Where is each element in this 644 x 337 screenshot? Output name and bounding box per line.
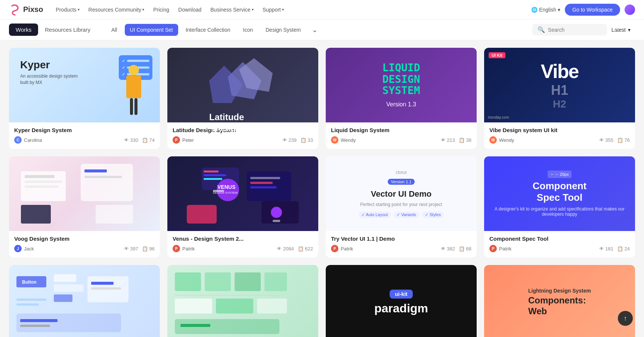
card-bottom2[interactable]: Design System Kit S Sam 👁 98 📋 22 [167, 265, 318, 337]
nav-pricing[interactable]: Pricing [149, 4, 173, 15]
card-title: Latitude Design System [173, 127, 313, 133]
svg-rect-42 [16, 313, 121, 332]
filter-all[interactable]: All [106, 24, 123, 36]
card-bottom1[interactable]: Button UI Component Set [9, 265, 160, 337]
svg-rect-10 [25, 185, 58, 188]
scroll-up-button[interactable]: ↑ [618, 311, 633, 326]
card-thumb: VENUS DESIGN SYSTEM [167, 156, 318, 231]
svg-rect-47 [235, 272, 261, 291]
search-input[interactable] [548, 27, 602, 33]
card-thumb: ui-kit paradigm [326, 265, 477, 337]
card-component-spec[interactable]: ←→ 20px ComponentSpec Tool A designer's … [484, 156, 635, 258]
filter-interface[interactable]: Interface Collection [180, 24, 236, 36]
svg-rect-19 [204, 178, 222, 180]
author-name: Patrik [341, 246, 353, 252]
card-thumb: ctorui Version 1.1 Vector UI Demo Perfec… [326, 156, 477, 231]
svg-rect-14 [21, 205, 51, 224]
card-stats: 👁 397 📋 96 [124, 246, 155, 252]
thumb-illustration [167, 265, 294, 337]
stat-copies: 📋 96 [142, 246, 155, 252]
nav-business[interactable]: Business Service ▾ [207, 4, 257, 15]
svg-rect-27 [250, 186, 276, 188]
stat-views: 👁 382 [441, 246, 455, 252]
card-author: J Jack [14, 245, 34, 252]
author-avatar: P [173, 136, 180, 144]
tab-works[interactable]: Works [9, 24, 38, 36]
filter-design-system[interactable]: Design System [260, 24, 306, 36]
card-thumb: Button [9, 265, 160, 337]
card-lightning[interactable]: Lightning Design System Components:Web L… [484, 265, 635, 337]
svg-rect-31 [273, 220, 280, 222]
svg-rect-41 [91, 287, 121, 290]
card-thumb: LatitudeDesignSystem [167, 48, 318, 122]
card-kyper[interactable]: Kyper An accessible design systembuilt b… [9, 48, 160, 149]
svg-rect-34 [54, 274, 76, 282]
filter-more-button[interactable]: ⌄ [308, 23, 321, 37]
card-info: Liquid Design System W Wendy 👁 213 📋 38 [326, 122, 477, 149]
card-voog[interactable]: Voog Design System J Jack 👁 397 📋 96 [9, 156, 160, 258]
svg-rect-40 [91, 282, 114, 285]
thumb-illustration [21, 156, 148, 231]
card-liquid[interactable]: LIQUIDDESIGNSYSTEM Version 1.3 Liquid De… [326, 48, 477, 149]
logo[interactable]: Pixso [9, 4, 43, 16]
sub-nav: Works Resources Library All UI Component… [0, 19, 644, 40]
svg-rect-2 [130, 98, 133, 115]
chevron-icon: ▾ [78, 7, 80, 12]
stat-views: 👁 2084 [277, 246, 294, 252]
avatar[interactable] [625, 4, 635, 15]
nav-links: Products ▾ Resources Community ▾ Pricing… [52, 4, 528, 15]
svg-point-0 [129, 65, 139, 75]
nav-products[interactable]: Products ▾ [52, 4, 83, 15]
author-avatar: W [489, 136, 497, 144]
stat-views: 👁 355 [599, 137, 613, 143]
tab-resources-library[interactable]: Resources Library [38, 24, 97, 36]
author-avatar: J [14, 245, 22, 252]
card-paradigm[interactable]: ui-kit paradigm Paradigm UI Kit M Mike 👁… [326, 265, 477, 337]
workspace-button[interactable]: Go to Workspace [565, 4, 620, 16]
nav-support[interactable]: Support ▾ [259, 4, 288, 15]
thumb-content: ctorui Version 1.1 Vector UI Demo Perfec… [351, 162, 451, 225]
filter-icon[interactable]: Icon [238, 24, 258, 36]
author-avatar: W [331, 136, 338, 144]
card-latitude[interactable]: LatitudeDesignSystem Latitude Design Sys… [167, 48, 318, 149]
card-stats: 👁 355 📋 76 [599, 137, 630, 143]
lang-label: English [539, 7, 556, 13]
author-avatar: C [14, 136, 22, 144]
card-vector[interactable]: ctorui Version 1.1 Vector UI Demo Perfec… [326, 156, 477, 258]
ui-kit-badge: UI Kit [489, 52, 505, 58]
author-avatar: P [173, 245, 180, 252]
author-name: Wendy [341, 137, 356, 143]
card-title: Vibe Design system UI kit [489, 127, 630, 133]
svg-rect-49 [175, 295, 279, 296]
nav-resources[interactable]: Resources Community ▾ [85, 4, 148, 15]
card-venus[interactable]: VENUS DESIGN SYSTEM Venus - Design Syste… [167, 156, 318, 258]
filter-ui-component[interactable]: UI Component Set [125, 24, 178, 36]
chevron-icon: ▾ [252, 7, 254, 12]
stat-copies: 📋 33 [300, 137, 313, 143]
stat-views: 👁 397 [124, 246, 138, 252]
stat-copies: 📋 68 [459, 246, 471, 252]
chevron-down-icon: ▾ [558, 7, 560, 13]
card-info: Vibe Design system UI kit W Wendy 👁 355 … [484, 122, 635, 149]
thumb-illustration: Button [9, 265, 136, 337]
stat-copies: 📋 622 [298, 246, 313, 252]
card-thumb: ←→ 20px ComponentSpec Tool A designer's … [484, 156, 635, 231]
svg-point-30 [271, 207, 282, 218]
language-selector[interactable]: 🌐 English ▾ [531, 7, 560, 13]
thumb-text: LatitudeDesignSystem [209, 58, 276, 112]
card-thumb [9, 156, 160, 231]
thumb-figure [119, 63, 149, 122]
card-meta: C Carolina 👁 330 📋 74 [14, 136, 155, 144]
card-vibe[interactable]: UI Kit Vibe H1 H2 monday.com Vibe Design… [484, 48, 635, 149]
filter-group: All UI Component Set Interface Collectio… [106, 23, 532, 37]
svg-marker-6 [239, 58, 273, 92]
svg-rect-37 [16, 299, 46, 301]
card-info: Component Spec Tool P Patrik 👁 181 📋 24 [484, 231, 635, 258]
nav-download[interactable]: Download [174, 4, 205, 15]
card-author: W Wendy [489, 136, 514, 144]
card-author: P Patrik [331, 245, 353, 252]
card-author: P Peter [173, 136, 194, 144]
svg-rect-8 [25, 175, 55, 178]
card-stats: 👁 213 📋 38 [441, 137, 471, 143]
card-meta: P Patrik 👁 382 📋 68 [331, 245, 471, 252]
